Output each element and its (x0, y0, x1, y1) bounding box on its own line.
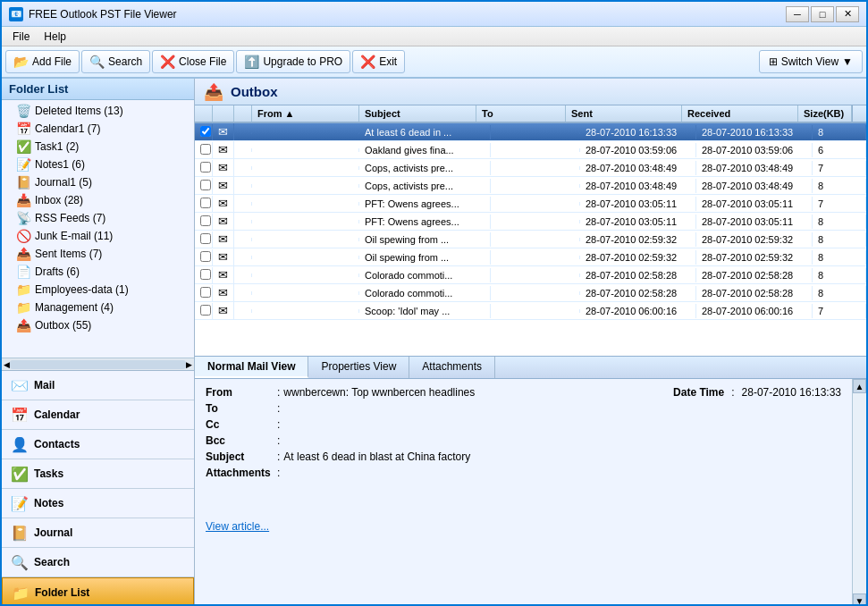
minimize-button[interactable]: ─ (786, 6, 809, 22)
tab-properties[interactable]: Properties View (308, 357, 409, 378)
col-header-received[interactable]: Received (682, 105, 798, 122)
nav-item-tasks[interactable]: ✅Tasks (2, 459, 194, 489)
email-list-body[interactable]: ✉ At least 6 dead in ... 28-07-2010 16:1… (195, 123, 866, 356)
folder-item-2[interactable]: ✅Task1 (2) (2, 138, 194, 156)
email-checkbox-cell[interactable] (195, 196, 213, 212)
email-checkbox-cell[interactable] (195, 231, 213, 248)
close-file-button[interactable]: ❌ Close File (152, 50, 234, 73)
email-row[interactable]: ✉ Cops, activists pre... 28-07-2010 03:4… (195, 159, 866, 177)
folder-item-12[interactable]: 📤Outbox (55) (2, 316, 194, 334)
email-checkbox[interactable] (200, 162, 211, 173)
email-checkbox[interactable] (200, 215, 211, 226)
email-row[interactable]: ✉ Colorado commoti... 28-07-2010 02:58:2… (195, 284, 866, 302)
email-checkbox-cell[interactable] (195, 142, 213, 158)
view-article-link[interactable]: View article... (206, 517, 841, 536)
add-file-button[interactable]: 📂 Add File (5, 50, 80, 73)
email-received: 28-07-2010 02:58:28 (696, 268, 813, 282)
email-checkbox-cell[interactable] (195, 249, 213, 265)
nav-item-folder-list[interactable]: 📁Folder List (2, 577, 194, 606)
email-icon-cell: ✉ (213, 231, 234, 248)
folder-item-3[interactable]: 📝Notes1 (6) (2, 156, 194, 173)
email-checkbox-cell[interactable] (195, 267, 213, 283)
right-panel: 📤 Outbox From ▲ Subject To Sent Received… (195, 79, 866, 606)
email-row[interactable]: ✉ Oil spewing from ... 28-07-2010 02:59:… (195, 248, 866, 266)
email-row[interactable]: ✉ At least 6 dead in ... 28-07-2010 16:1… (195, 123, 866, 141)
menu-file[interactable]: File (5, 29, 37, 45)
nav-item-calendar[interactable]: 📅Calendar (2, 400, 194, 430)
col-header-sent[interactable]: Sent (566, 105, 682, 122)
folder-item-11[interactable]: 📁Management (4) (2, 299, 194, 316)
email-row[interactable]: ✉ Oil spewing from ... 28-07-2010 02:59:… (195, 231, 866, 248)
scroll-down-arrow[interactable]: ▼ (853, 593, 866, 606)
preview-attachments-row: Attachments : (206, 465, 841, 481)
email-checkbox[interactable] (200, 144, 211, 155)
email-row[interactable]: ✉ Cops, activists pre... 28-07-2010 03:4… (195, 177, 866, 195)
email-checkbox[interactable] (200, 198, 211, 208)
scroll-up-arrow[interactable]: ▲ (853, 379, 866, 393)
email-icon: ✉ (218, 304, 228, 317)
preview-scroll-bar[interactable]: ▲ ▼ (852, 379, 866, 606)
exit-button[interactable]: ❌ Exit (352, 50, 405, 73)
email-checkbox[interactable] (200, 269, 211, 280)
col-header-to[interactable]: To (476, 105, 566, 122)
nav-item-notes[interactable]: 📝Notes (2, 489, 194, 518)
switch-view-button[interactable]: ⊞ Switch View ▼ (759, 50, 863, 73)
nav-label: Mail (34, 379, 55, 391)
folder-item-5[interactable]: 📥Inbox (28) (2, 191, 194, 209)
folder-h-scrollbar[interactable] (10, 360, 186, 369)
email-checkbox[interactable] (200, 305, 211, 316)
col-header-subject[interactable]: Subject (359, 105, 476, 122)
email-icon: ✉ (218, 125, 228, 139)
tab-normal-mail[interactable]: Normal Mail View (195, 357, 308, 378)
nav-item-contacts[interactable]: 👤Contacts (2, 430, 194, 459)
scroll-right-arrow[interactable]: ▶ (186, 360, 192, 369)
email-checkbox-cell[interactable] (195, 303, 213, 319)
folder-item-0[interactable]: 🗑️Deleted Items (13) (2, 102, 194, 120)
upgrade-icon: ⬆️ (244, 55, 259, 69)
folder-item-10[interactable]: 📁Employees-data (1) (2, 281, 194, 299)
email-checkbox[interactable] (200, 126, 211, 137)
email-checkbox[interactable] (200, 287, 211, 298)
folder-item-8[interactable]: 📤Sent Items (7) (2, 245, 194, 263)
folder-item-6[interactable]: 📡RSS Feeds (7) (2, 209, 194, 227)
search-button[interactable]: 🔍 Search (81, 50, 150, 73)
menu-help[interactable]: Help (37, 29, 73, 45)
nav-item-journal[interactable]: 📔Journal (2, 518, 194, 548)
folder-tree[interactable]: 🗑️Deleted Items (13)📅Calendar1 (7)✅Task1… (2, 100, 194, 358)
email-checkbox-cell[interactable] (195, 124, 213, 140)
email-from (252, 148, 359, 152)
email-checkbox[interactable] (200, 233, 211, 244)
folder-item-7[interactable]: 🚫Junk E-mail (11) (2, 227, 194, 245)
email-row[interactable]: ✉ Oakland gives fina... 28-07-2010 03:59… (195, 141, 866, 159)
email-checkbox-cell[interactable] (195, 214, 213, 230)
close-button[interactable]: ✕ (836, 6, 859, 22)
col-header-from[interactable]: From ▲ (252, 105, 359, 122)
outbox-title: Outbox (231, 84, 278, 99)
scroll-track[interactable] (853, 393, 866, 593)
scroll-left-arrow[interactable]: ◀ (4, 360, 10, 369)
folder-item-1[interactable]: 📅Calendar1 (7) (2, 120, 194, 138)
folder-label: Junk E-mail (11) (35, 230, 113, 242)
email-from (252, 256, 359, 259)
email-row[interactable]: ✉ Colorado commoti... 28-07-2010 02:58:2… (195, 266, 866, 284)
email-row[interactable]: ✉ Scoop: 'Idol' may ... 28-07-2010 06:00… (195, 302, 866, 320)
email-checkbox-cell[interactable] (195, 178, 213, 194)
folder-item-9[interactable]: 📄Drafts (6) (2, 263, 194, 281)
preview-to-value (283, 402, 841, 415)
tab-attachments[interactable]: Attachments (409, 357, 495, 378)
email-row[interactable]: ✉ PFT: Owens agrees... 28-07-2010 03:05:… (195, 195, 866, 213)
email-checkbox[interactable] (200, 251, 211, 262)
upgrade-button[interactable]: ⬆️ Upgrade to PRO (236, 50, 350, 73)
folder-item-4[interactable]: 📔Journal1 (5) (2, 173, 194, 191)
folder-label: Notes1 (6) (35, 158, 85, 171)
add-file-icon: 📂 (13, 55, 29, 69)
email-row[interactable]: ✉ PFT: Owens agrees... 28-07-2010 03:05:… (195, 213, 866, 231)
outbox-header: 📤 Outbox (195, 79, 866, 105)
email-checkbox-cell[interactable] (195, 285, 213, 301)
maximize-button[interactable]: □ (811, 6, 834, 22)
nav-item-mail[interactable]: ✉️Mail (2, 371, 194, 400)
email-checkbox-cell[interactable] (195, 160, 213, 176)
nav-item-search[interactable]: 🔍Search (2, 548, 194, 577)
col-header-size[interactable]: Size(KB) (798, 105, 852, 122)
email-checkbox[interactable] (200, 180, 211, 190)
